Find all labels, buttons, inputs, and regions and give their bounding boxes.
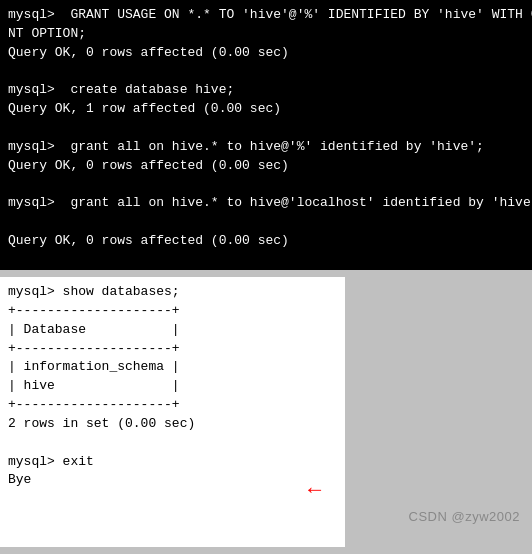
bottom-area: mysql> show databases; +----------------… (0, 270, 532, 554)
b-line-5: | information_schema | (8, 358, 337, 377)
b-line-4: +--------------------+ (8, 340, 337, 359)
b-line-1: mysql> show databases; (8, 283, 337, 302)
line-1: mysql> GRANT USAGE ON *.* TO 'hive'@'%' … (8, 6, 524, 25)
line-9: Query OK, 0 rows affected (0.00 sec) (8, 232, 524, 251)
line-2: NT OPTION; (8, 25, 524, 44)
line-7: Query OK, 0 rows affected (0.00 sec) (8, 157, 524, 176)
b-line-2: +--------------------+ (8, 302, 337, 321)
line-5: Query OK, 1 row affected (0.00 sec) (8, 100, 524, 119)
b-line-9: mysql> exit (8, 453, 337, 472)
line-blank-5 (8, 251, 524, 270)
b-blank-1 (8, 434, 337, 453)
b-line-10: Bye (8, 471, 337, 490)
line-6: mysql> grant all on hive.* to hive@'%' i… (8, 138, 524, 157)
line-4: mysql> create database hive; (8, 81, 524, 100)
line-8: mysql> grant all on hive.* to hive@'loca… (8, 194, 524, 213)
b-line-8: 2 rows in set (0.00 sec) (8, 415, 337, 434)
line-blank-4 (8, 213, 524, 232)
red-arrow-container: ← (308, 480, 321, 502)
watermark: CSDN @zyw2002 (409, 509, 520, 524)
red-arrow-icon: ← (308, 478, 321, 503)
line-blank-2 (8, 119, 524, 138)
b-line-3: | Database | (8, 321, 337, 340)
b-line-7: +--------------------+ (8, 396, 337, 415)
line-blank-1 (8, 63, 524, 82)
b-line-6: | hive | (8, 377, 337, 396)
bottom-terminal: mysql> show databases; +----------------… (0, 277, 345, 547)
top-terminal: mysql> GRANT USAGE ON *.* TO 'hive'@'%' … (0, 0, 532, 270)
prompt-1: mysql> GRANT USAGE ON *.* TO 'hive'@'%' … (8, 7, 532, 22)
line-3: Query OK, 0 rows affected (0.00 sec) (8, 44, 524, 63)
line-blank-3 (8, 176, 524, 195)
